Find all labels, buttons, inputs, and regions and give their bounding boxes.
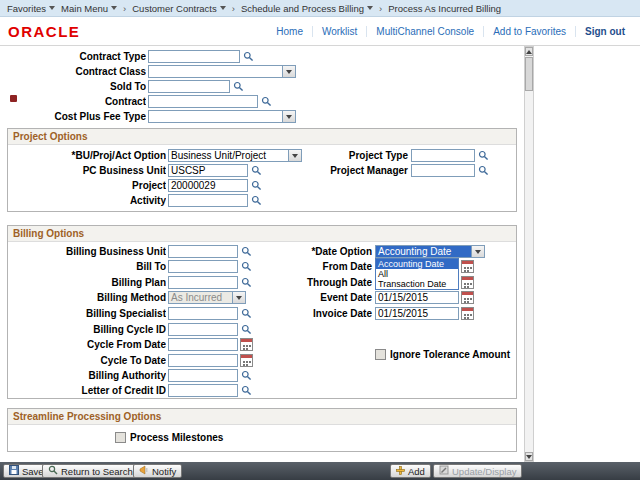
section-title: Billing Options (13, 228, 84, 239)
invoice-date-label: Invoice Date (244, 308, 372, 319)
project-input[interactable] (168, 179, 248, 192)
contract-type-label: Contract Type (0, 51, 146, 62)
billing-authority-input[interactable] (168, 369, 238, 382)
breadcrumb-label: Process As Incurred Billing (388, 3, 501, 14)
chevron-down-icon (367, 6, 373, 10)
cost-plus-fee-type-select[interactable] (148, 110, 296, 123)
process-milestones-checkbox[interactable] (115, 432, 126, 443)
calendar-icon[interactable] (461, 291, 474, 304)
cycle-to-date-input[interactable] (168, 354, 238, 367)
breadcrumb-separator: › (123, 3, 126, 14)
invoice-date-field (375, 306, 474, 321)
billing-business-unit-input[interactable] (168, 245, 238, 258)
vertical-scrollbar[interactable] (524, 46, 534, 462)
breadcrumb-item-schedule-process-billing[interactable]: Schedule and Process Billing (241, 3, 373, 14)
event-date-field (375, 290, 474, 305)
billing-plan-label: Billing Plan (8, 277, 166, 288)
scrollbar-thumb[interactable] (525, 57, 533, 91)
billing-method-label: Billing Method (8, 292, 166, 303)
letter-of-credit-id-label: Letter of Credit ID (8, 385, 166, 396)
lookup-icon[interactable] (260, 96, 272, 108)
lookup-icon[interactable] (250, 195, 262, 207)
lookup-icon[interactable] (477, 150, 489, 162)
lookup-icon[interactable] (240, 324, 252, 336)
billing-specialist-input[interactable] (168, 307, 238, 320)
billing-plan-input[interactable] (168, 276, 238, 289)
bill-to-input[interactable] (168, 260, 238, 273)
activity-row: Activity (8, 193, 516, 208)
billing-options-header: Billing Options (8, 226, 516, 242)
letter-of-credit-id-input[interactable] (168, 384, 238, 397)
scroll-up-button[interactable] (525, 47, 533, 56)
dropdown-option-accounting-date[interactable]: Accounting Date (376, 259, 458, 269)
home-link[interactable]: Home (267, 26, 312, 37)
activity-input[interactable] (168, 194, 248, 207)
notify-button[interactable]: Notify (133, 464, 182, 478)
lookup-icon[interactable] (240, 385, 252, 397)
update-display-icon (439, 465, 449, 477)
header-links: Home Worklist MultiChannel Console Add t… (267, 26, 634, 37)
return-to-search-button[interactable]: Return to Search (42, 464, 139, 478)
lookup-icon[interactable] (250, 165, 262, 177)
dropdown-arrow-button[interactable] (282, 66, 295, 77)
from-date-label: From Date (244, 261, 372, 272)
pc-business-unit-row: PC Business Unit Project Manager (8, 163, 516, 178)
project-manager-label: Project Manager (278, 165, 408, 176)
billing-options-section: Billing Options Billing Business Unit *D… (7, 225, 517, 399)
through-date-label: Through Date (244, 277, 372, 288)
chevron-down-icon (236, 296, 242, 300)
add-to-favorites-link[interactable]: Add to Favorites (483, 26, 575, 37)
event-date-input[interactable] (375, 291, 459, 304)
project-type-input[interactable] (411, 149, 475, 162)
return-to-search-icon (48, 465, 58, 477)
dropdown-option-transaction-date[interactable]: Transaction Date (376, 279, 458, 289)
invoice-date-input[interactable] (375, 307, 459, 320)
breadcrumb-item-main-menu[interactable]: Main Menu (61, 3, 117, 14)
calendar-icon[interactable] (461, 260, 474, 273)
billing-cycle-id-row: Billing Cycle ID (8, 322, 516, 337)
dropdown-arrow-button[interactable] (282, 111, 295, 122)
billing-method-select: As Incurred (168, 291, 246, 304)
project-type-label: Project Type (278, 150, 408, 161)
worklist-link[interactable]: Worklist (312, 26, 366, 37)
billing-business-unit-row: Billing Business Unit *Date Option Accou… (8, 244, 516, 259)
scroll-down-button[interactable] (525, 452, 533, 461)
dropdown-arrow-button[interactable] (471, 246, 484, 257)
add-button[interactable]: Add (390, 464, 431, 478)
date-option-dropdown-list: Accounting Date All Transaction Date (375, 258, 459, 290)
arrow-down-icon (526, 455, 532, 459)
lookup-icon[interactable] (250, 180, 262, 192)
breadcrumb-label: Main Menu (61, 3, 108, 14)
contract-class-row: Contract Class (0, 64, 524, 79)
chevron-down-icon (49, 6, 55, 10)
contract-input[interactable] (148, 95, 258, 108)
chevron-down-icon (286, 115, 292, 119)
calendar-icon[interactable] (240, 354, 253, 367)
breadcrumb-item-favorites[interactable]: Favorites (7, 3, 55, 14)
lookup-icon[interactable] (477, 165, 489, 177)
sign-out-link[interactable]: Sign out (575, 26, 634, 37)
calendar-icon[interactable] (461, 276, 474, 289)
letter-of-credit-id-row: Letter of Credit ID (8, 383, 516, 398)
breadcrumb-separator: › (232, 3, 235, 14)
breadcrumb-label: Schedule and Process Billing (241, 3, 364, 14)
project-label: Project (8, 180, 166, 191)
event-date-label: Event Date (244, 292, 372, 303)
sold-to-input[interactable] (148, 80, 230, 93)
contract-type-input[interactable] (148, 50, 240, 63)
lookup-icon[interactable] (242, 51, 254, 63)
breadcrumb: Favorites Main Menu › Customer Contracts… (0, 0, 640, 17)
update-display-button[interactable]: Update/Display (433, 464, 522, 478)
billing-cycle-id-input[interactable] (168, 323, 238, 336)
project-manager-input[interactable] (411, 164, 475, 177)
breadcrumb-item-customer-contracts[interactable]: Customer Contracts (132, 3, 225, 14)
calendar-icon[interactable] (461, 307, 474, 320)
dropdown-option-all[interactable]: All (376, 269, 458, 279)
lookup-icon[interactable] (232, 81, 244, 93)
lookup-icon[interactable] (240, 370, 252, 382)
date-option-select[interactable]: Accounting Date (375, 245, 485, 258)
update-display-label: Update/Display (452, 466, 516, 477)
contract-class-select[interactable] (148, 65, 296, 78)
multichannel-console-link[interactable]: MultiChannel Console (366, 26, 483, 37)
pc-business-unit-input[interactable] (168, 164, 248, 177)
